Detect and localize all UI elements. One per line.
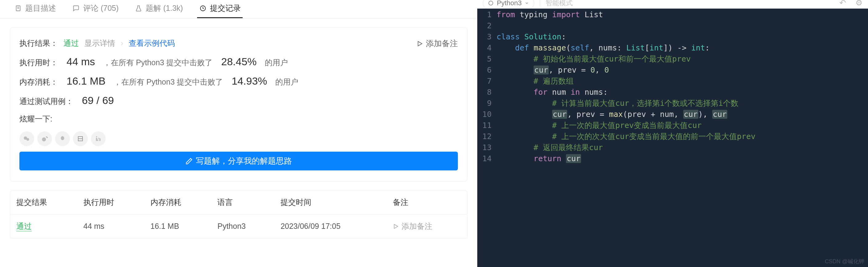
write-solution-button[interactable]: 写题解，分享我的解题思路 xyxy=(20,152,458,170)
tab-label: 题目描述 xyxy=(25,3,56,13)
runtime-desc2: 的用户 xyxy=(265,58,288,68)
add-note-label: 添加备注 xyxy=(426,38,458,49)
tab-label: 题解 (1.3k) xyxy=(146,3,183,13)
th-note: 备注 xyxy=(387,191,467,214)
tab-label: 提交记录 xyxy=(210,3,241,13)
language-selector[interactable]: Python3 xyxy=(483,0,534,9)
wechat-icon[interactable] xyxy=(20,131,34,146)
flask-icon xyxy=(134,4,143,12)
chevron-down-icon xyxy=(525,1,529,5)
svg-point-13 xyxy=(96,136,97,137)
svg-point-9 xyxy=(61,136,64,140)
runtime-desc: ，在所有 Python3 提交中击败了 xyxy=(103,58,213,68)
tab-solutions[interactable]: 题解 (1.3k) xyxy=(133,0,185,18)
tab-comments[interactable]: 评论 (705) xyxy=(70,0,120,18)
svg-marker-5 xyxy=(418,41,422,46)
brag-label: 炫耀一下: xyxy=(20,114,56,124)
code-icon xyxy=(488,0,494,6)
row-runtime: 44 ms xyxy=(77,214,145,238)
watermark: CSDN @碱化钾 xyxy=(825,258,864,265)
svg-point-8 xyxy=(42,137,46,141)
editor-toolbar: Python3 智能模式 ↶ ⚙ xyxy=(477,0,868,9)
lang-label: Python3 xyxy=(497,0,522,7)
memory-desc: ，在所有 Python3 提交中击败了 xyxy=(114,77,223,87)
status-row: 执行结果： 通过 显示详情 › 查看示例代码 xyxy=(20,38,458,48)
memory-value: 16.1 MB xyxy=(66,75,105,87)
memory-pct: 14.93% xyxy=(231,75,267,87)
svg-point-7 xyxy=(27,138,29,141)
document-icon xyxy=(14,4,22,12)
flag-icon xyxy=(393,223,399,230)
th-status: 提交结果 xyxy=(10,191,77,214)
linkedin-icon[interactable] xyxy=(91,131,105,146)
th-lang: 语言 xyxy=(211,191,274,214)
share-row xyxy=(20,131,458,146)
example-code-link[interactable]: 查看示例代码 xyxy=(129,38,175,48)
cta-label: 写题解，分享我的解题思路 xyxy=(196,156,292,166)
memory-desc2: 的用户 xyxy=(275,77,298,87)
code-lines: from typing import List class Solution: … xyxy=(496,9,868,267)
tab-submissions[interactable]: 提交记录 xyxy=(197,0,243,18)
douban-icon[interactable] xyxy=(73,131,88,146)
clock-icon xyxy=(199,4,207,12)
line-gutter: 1234567 891011121314 xyxy=(477,9,496,267)
svg-point-15 xyxy=(489,1,493,5)
svg-marker-14 xyxy=(394,224,398,228)
exec-result-label: 执行结果： xyxy=(20,38,58,48)
divider xyxy=(540,0,540,6)
row-add-note[interactable]: 添加备注 xyxy=(393,221,461,231)
brag-row: 炫耀一下: xyxy=(20,114,458,124)
status-badge: 通过 xyxy=(63,38,79,48)
result-card: 添加备注 执行结果： 通过 显示详情 › 查看示例代码 执行用时： 44 ms … xyxy=(10,27,467,181)
weibo-icon[interactable] xyxy=(37,131,52,146)
row-status-link[interactable]: 通过 xyxy=(16,222,32,231)
code-editor-panel: Python3 智能模式 ↶ ⚙ 1234567 891011121314 fr… xyxy=(477,0,868,267)
runtime-value: 44 ms xyxy=(66,56,95,68)
th-memory: 内存消耗 xyxy=(145,191,212,214)
settings-icon[interactable]: ⚙ xyxy=(856,0,863,8)
tab-label: 评论 (705) xyxy=(83,3,119,13)
svg-rect-12 xyxy=(96,138,97,141)
problem-tabs: 题目描述 评论 (705) 题解 (1.3k) 提交记录 xyxy=(0,0,477,19)
add-note-action[interactable]: 添加备注 xyxy=(416,38,458,49)
row-lang: Python3 xyxy=(211,214,274,238)
mode-indicator[interactable]: 智能模式 xyxy=(546,0,573,8)
tests-value: 69 / 69 xyxy=(82,94,114,106)
row-time: 2023/06/09 17:05 xyxy=(274,214,387,238)
table-header-row: 提交结果 执行用时 内存消耗 语言 提交时间 备注 xyxy=(10,191,467,214)
divider: › xyxy=(121,39,123,48)
problem-left-panel: 题目描述 评论 (705) 题解 (1.3k) 提交记录 添加备注 执行 xyxy=(0,0,477,267)
th-time: 提交时间 xyxy=(274,191,387,214)
th-runtime: 执行用时 xyxy=(77,191,145,214)
runtime-row: 执行用时： 44 ms ，在所有 Python3 提交中击败了 28.45% 的… xyxy=(20,56,458,68)
pencil-icon xyxy=(185,158,193,165)
undo-icon[interactable]: ↶ xyxy=(839,0,846,8)
comment-icon xyxy=(72,4,80,12)
submission-table: 提交结果 执行用时 内存消耗 语言 提交时间 备注 通过 44 ms 16.1 … xyxy=(10,190,467,238)
runtime-pct: 28.45% xyxy=(221,56,256,68)
qq-icon[interactable] xyxy=(55,131,70,146)
row-memory: 16.1 MB xyxy=(145,214,212,238)
memory-label: 内存消耗： xyxy=(20,77,58,87)
table-row[interactable]: 通过 44 ms 16.1 MB Python3 2023/06/09 17:0… xyxy=(10,214,467,238)
flag-icon xyxy=(416,40,423,47)
memory-row: 内存消耗： 16.1 MB ，在所有 Python3 提交中击败了 14.93%… xyxy=(20,75,458,87)
show-detail-link[interactable]: 显示详情 xyxy=(84,38,115,48)
tab-description[interactable]: 题目描述 xyxy=(12,0,58,18)
code-area[interactable]: 1234567 891011121314 from typing import … xyxy=(477,9,868,267)
runtime-label: 执行用时： xyxy=(20,58,58,68)
tests-label: 通过测试用例： xyxy=(20,96,73,106)
tests-row: 通过测试用例： 69 / 69 xyxy=(20,94,458,106)
